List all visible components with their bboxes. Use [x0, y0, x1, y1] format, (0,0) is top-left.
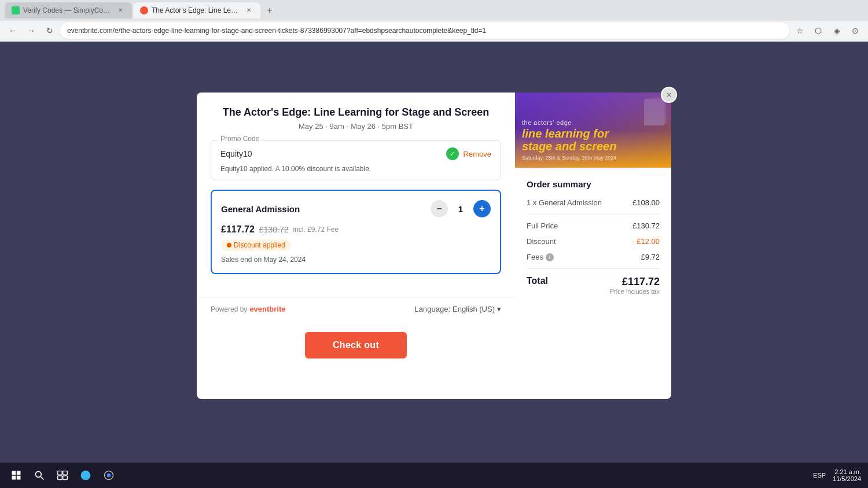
modal-body: Promo Code Equity10 ✓ Remove Equity10 ap…: [197, 140, 515, 297]
bookmark-icon[interactable]: ☆: [792, 23, 808, 39]
order-fees-label: Fees: [527, 253, 543, 261]
taskbar-time-value: 2:21 a.m.: [833, 468, 861, 475]
address-bar-row: ← → ↻ eventbrite.com/e/the-actors-edge-l…: [0, 21, 868, 42]
taskbar: ESP 2:21 a.m. 11/5/2024: [0, 463, 868, 488]
address-bar[interactable]: eventbrite.com/e/the-actors-edge-line-le…: [60, 23, 789, 39]
event-image-date: Saturday, 25th & Sunday, 26th May 2024: [522, 155, 616, 161]
modal-left-panel: The Actor's Edge: Line Learning for Stag…: [197, 93, 515, 399]
order-fees-row: Fees i £9.72: [527, 253, 660, 261]
language-selector[interactable]: Language: English (US) ▾: [415, 305, 501, 313]
url-text: eventbrite.com/e/the-actors-edge-line-le…: [67, 27, 486, 35]
taskbar-right: ESP 2:21 a.m. 11/5/2024: [813, 468, 861, 482]
back-button[interactable]: ←: [5, 23, 21, 39]
powered-by-label: Powered by: [211, 305, 247, 313]
order-divider: [527, 214, 660, 215]
order-discount-row: Discount - £12.00: [527, 237, 660, 246]
ticket-card: General Admission − 1 + £117.72 £130.72 …: [211, 190, 501, 274]
language-value: English (US): [453, 305, 495, 313]
order-total-amount: £117.72: [610, 276, 660, 288]
taskbar-lang: ESP: [813, 472, 826, 479]
svg-rect-2: [58, 471, 62, 475]
tab-2[interactable]: The Actor's Edge: Line Learnin... ✕: [133, 2, 260, 19]
taskbar-datetime: 2:21 a.m. 11/5/2024: [833, 468, 861, 482]
order-summary: Order summary 1 x General Admission £108…: [515, 168, 671, 399]
discount-badge: Discount applied: [221, 239, 291, 251]
order-full-price-value: £130.72: [632, 221, 660, 230]
tab-1[interactable]: Verify Codes — SimplyCodes ✕: [5, 2, 132, 19]
quantity-increase-button[interactable]: +: [473, 200, 491, 217]
modal-header: The Actor's Edge: Line Learning for Stag…: [197, 93, 515, 140]
promo-section: Promo Code Equity10 ✓ Remove Equity10 ap…: [211, 140, 501, 180]
ticket-name: General Admission: [221, 204, 300, 214]
forward-button[interactable]: →: [23, 23, 39, 39]
page-background: The Actor's Edge: Line Learning for Stag…: [0, 42, 868, 488]
order-total-label: Total: [527, 276, 548, 286]
modal-footer: Powered by eventbrite Language: English …: [197, 297, 515, 320]
ticket-price-row: £117.72 £130.72 incl. £9.72 Fee: [221, 224, 491, 235]
event-image-title: line learning for stage and screen: [522, 127, 616, 153]
svg-point-6: [107, 474, 111, 478]
svg-line-1: [41, 477, 44, 480]
modal-close-button[interactable]: ×: [661, 87, 677, 103]
order-fees-value: £9.72: [641, 253, 660, 261]
promo-input-row: Equity10 ✓ Remove: [220, 147, 491, 160]
tab-bar: Verify Codes — SimplyCodes ✕ The Actor's…: [0, 0, 868, 21]
modal-container: The Actor's Edge: Line Learning for Stag…: [197, 93, 671, 399]
extension-icon-1[interactable]: ⬡: [810, 23, 826, 39]
order-line-item-value: £108.00: [632, 198, 660, 207]
svg-rect-5: [63, 476, 68, 480]
new-tab-button[interactable]: +: [262, 2, 278, 19]
order-full-price-row: Full Price £130.72: [527, 221, 660, 230]
event-date: May 25 · 9am - May 26 · 5pm BST: [211, 122, 501, 131]
tab-1-title: Verify Codes — SimplyCodes: [23, 6, 112, 14]
event-title: The Actor's Edge: Line Learning for Stag…: [211, 106, 501, 119]
tab-1-favicon: [12, 6, 20, 14]
promo-actions: ✓ Remove: [446, 147, 491, 160]
taskbar-search-icon[interactable]: [30, 466, 49, 485]
svg-rect-3: [63, 471, 68, 475]
order-total-value-block: £117.72 Price includes tax: [610, 276, 660, 295]
checkout-button[interactable]: Check out: [305, 332, 407, 358]
event-brand-text: the actors' edge: [522, 119, 572, 126]
promo-remove-button[interactable]: Remove: [464, 150, 491, 158]
event-date-text: Saturday, 25th & Sunday, 26th May 2024: [522, 155, 616, 161]
tab-2-title: The Actor's Edge: Line Learnin...: [152, 6, 241, 14]
tab-1-close[interactable]: ✕: [116, 6, 125, 15]
svg-rect-4: [58, 476, 62, 480]
ticket-original-price: £130.72: [259, 225, 289, 234]
reload-button[interactable]: ↻: [42, 23, 58, 39]
taskbar-windows-icon[interactable]: [7, 466, 25, 485]
event-title-line2: stage and screen: [522, 140, 616, 153]
order-total-divider: [527, 268, 660, 269]
browser-chrome: Verify Codes — SimplyCodes ✕ The Actor's…: [0, 0, 868, 42]
taskbar-task-view-icon[interactable]: [53, 466, 72, 485]
order-line-item-label: 1 x General Admission: [527, 198, 602, 207]
svg-point-0: [35, 471, 41, 477]
sales-end-text: Sales end on May 24, 2024: [221, 256, 491, 264]
fees-info-icon[interactable]: i: [546, 253, 554, 261]
discount-dot-icon: [227, 243, 231, 247]
event-image: the actors' edge line learning for stage…: [515, 93, 671, 168]
promo-check-icon: ✓: [446, 147, 459, 160]
ticket-header: General Admission − 1 +: [221, 200, 491, 217]
language-label: Language:: [415, 305, 450, 313]
quantity-decrease-button[interactable]: −: [431, 200, 448, 217]
promo-value: Equity10: [220, 149, 446, 158]
powered-by: Powered by eventbrite: [211, 305, 286, 313]
order-total-row: Total £117.72 Price includes tax: [527, 276, 660, 295]
eventbrite-logo: eventbrite: [249, 305, 285, 313]
taskbar-edge-icon[interactable]: [76, 466, 95, 485]
order-tax-note: Price includes tax: [610, 288, 660, 295]
modal-overlay: The Actor's Edge: Line Learning for Stag…: [0, 42, 868, 488]
modal-right-panel: × the actors' edge line learning for sta…: [515, 93, 671, 399]
quantity-value: 1: [455, 204, 466, 214]
tab-2-favicon: [140, 6, 148, 14]
ticket-current-price: £117.72: [221, 224, 255, 235]
promo-discount-text: Equity10 applied. A 10.00% discount is a…: [220, 165, 491, 173]
toolbar-icons: ☆ ⬡ ◈ ⊙: [792, 23, 863, 39]
discount-badge-text: Discount applied: [234, 241, 285, 249]
profile-icon[interactable]: ⊙: [847, 23, 863, 39]
tab-2-close[interactable]: ✕: [244, 6, 253, 15]
extension-icon-2[interactable]: ◈: [829, 23, 845, 39]
taskbar-chrome-icon[interactable]: [100, 466, 118, 485]
